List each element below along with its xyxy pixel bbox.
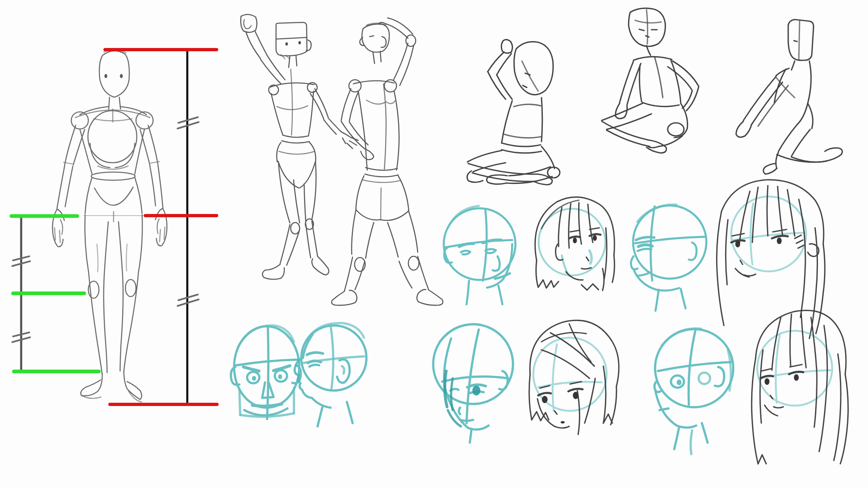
sketch-layer bbox=[0, 0, 868, 489]
head-study-construction-three-quarter-pupils bbox=[677, 380, 682, 385]
drawing-canvas[interactable] bbox=[0, 0, 868, 489]
